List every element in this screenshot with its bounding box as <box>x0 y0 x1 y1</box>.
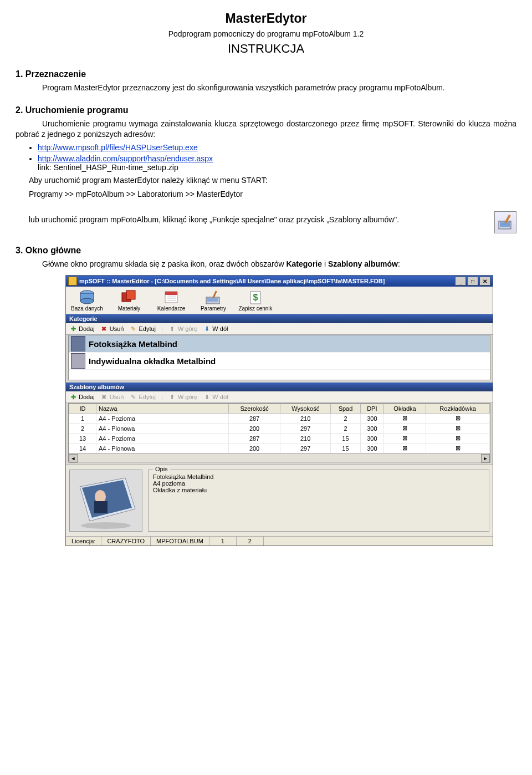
table-row[interactable]: 2A4 - Pionowa2002972300⊠⊠ <box>69 424 490 434</box>
bold-szablony: Szablony albumów <box>328 259 398 268</box>
cell-width: 287 <box>229 414 280 424</box>
cell-dpi: 300 <box>360 443 383 453</box>
label: Edytuj <box>139 394 156 400</box>
list-item: http://www.mpsoft.pl/files/HASPUserSetup… <box>38 143 516 152</box>
templates-table: ID Nazwa Szerokość Wysokość Spad DPI Okł… <box>69 404 490 453</box>
col-cover[interactable]: Okładka <box>383 404 426 414</box>
label: W dół <box>212 394 228 400</box>
cell-id: 13 <box>69 434 96 443</box>
add-button[interactable]: ✚Dodaj <box>69 393 95 401</box>
col-name[interactable]: Nazwa <box>96 404 229 414</box>
col-dpi[interactable]: DPI <box>360 404 383 414</box>
calendar-icon <box>161 289 181 305</box>
close-button[interactable]: ✕ <box>479 277 490 285</box>
col-height[interactable]: Wysokość <box>280 404 331 414</box>
aladdin-link[interactable]: http://www.aladdin.com/support/hasp/endu… <box>38 154 213 163</box>
svg-rect-14 <box>207 298 218 302</box>
cell-spread-checkbox: ⊠ <box>426 424 490 434</box>
label: Dodaj <box>79 394 95 400</box>
preview-thumbnail <box>69 470 142 532</box>
add-button[interactable]: ✚Dodaj <box>69 325 95 333</box>
templates-actions: ✚Dodaj ✖Usuń ✎Edytuj | ⬆W górę ⬇W dół <box>66 391 493 403</box>
section-1-heading: 1. Przeznaczenie <box>16 69 516 79</box>
label: W górę <box>178 394 197 400</box>
move-up-button[interactable]: ⬆W górę <box>168 393 197 401</box>
text: Główne okno programu składa się z paska … <box>42 259 286 268</box>
cell-bleed: 2 <box>331 414 361 424</box>
plus-icon: ✚ <box>69 325 77 333</box>
plus-icon: ✚ <box>69 393 77 401</box>
maximize-button[interactable]: □ <box>467 277 478 285</box>
category-item[interactable]: Indywidualna okładka Metalbind <box>69 353 490 370</box>
description-fieldset: Opis Fotoksiążka Metalbind A4 pozioma Ok… <box>148 470 489 532</box>
status-license-label: Licencja: <box>66 537 101 545</box>
categories-panel-header: Kategorie <box>66 314 493 323</box>
categories-list: Fotoksiążka Metalbind Indywidualna okład… <box>68 335 490 380</box>
col-id[interactable]: ID <box>69 404 96 414</box>
cell-height: 210 <box>280 434 331 443</box>
main-toolbar: Baza danych Materiały Kalendarze Paramet… <box>66 287 493 314</box>
move-down-button[interactable]: ⬇W dół <box>203 393 228 401</box>
cell-dpi: 300 <box>360 434 383 443</box>
scroll-left-button[interactable]: ◄ <box>69 454 78 463</box>
toolbar-save-pricelist[interactable]: $ Zapisz cennik <box>238 289 273 312</box>
scroll-right-button[interactable]: ► <box>481 454 490 463</box>
cell-width: 287 <box>229 434 280 443</box>
cell-cover-checkbox: ⊠ <box>383 414 426 424</box>
cell-name: A4 - Pionowa <box>96 424 229 434</box>
svg-text:$: $ <box>253 293 258 302</box>
col-bleed[interactable]: Spad <box>331 404 361 414</box>
cell-cover-checkbox: ⊠ <box>383 443 426 453</box>
section-3-body: Główne okno programu składa się z paska … <box>16 259 516 269</box>
toolbar-label: Zapisz cennik <box>238 305 272 312</box>
col-width[interactable]: Szerokość <box>229 404 280 414</box>
pencil-icon: ✎ <box>129 325 137 333</box>
move-down-button[interactable]: ⬇W dół <box>203 325 228 333</box>
cell-name: A4 - Pozioma <box>96 414 229 424</box>
label: Dodaj <box>79 325 95 332</box>
edit-button[interactable]: ✎Edytuj <box>129 325 156 333</box>
delete-button[interactable]: ✖Usuń <box>100 325 124 333</box>
horizontal-scrollbar[interactable]: ◄ ► <box>69 453 490 462</box>
hasp-setup-link[interactable]: http://www.mpsoft.pl/files/HASPUserSetup… <box>38 143 198 152</box>
minimize-button[interactable]: _ <box>455 277 466 285</box>
svg-rect-7 <box>126 290 135 299</box>
app-window: mpSOFT :: MasterEditor - [C:\Documents a… <box>65 275 493 546</box>
special-functions-icon <box>494 211 516 233</box>
status-bar: Licencja: CRAZYFOTO MPFOTOALBUM 1 2 <box>66 536 493 545</box>
svg-rect-9 <box>165 292 177 295</box>
cell-dpi: 300 <box>360 424 383 434</box>
svg-point-22 <box>81 522 131 529</box>
desc-line-3: Okładka z materiału <box>153 487 484 493</box>
cell-width: 200 <box>229 443 280 453</box>
cell-spread-checkbox: ⊠ <box>426 443 490 453</box>
toolbar-parameters[interactable]: Parametry <box>196 289 231 312</box>
table-row[interactable]: 1A4 - Pozioma2872102300⊠⊠ <box>69 414 490 424</box>
cell-id: 1 <box>69 414 96 424</box>
cell-height: 297 <box>280 443 331 453</box>
delete-button[interactable]: ✖Usuń <box>100 393 124 401</box>
toolbar-label: Materiały <box>118 305 141 312</box>
col-spread[interactable]: Rozkładówka <box>426 404 490 414</box>
categories-actions: ✚Dodaj ✖Usuń ✎Edytuj | ⬆W górę ⬇W dół <box>66 323 493 335</box>
arrow-down-icon: ⬇ <box>203 393 211 401</box>
section-1-body: Program MasterEdytor przeznaczony jest d… <box>16 83 516 93</box>
toolbar-label: Baza danych <box>71 305 103 312</box>
cell-bleed: 2 <box>331 424 361 434</box>
cell-cover-checkbox: ⊠ <box>383 424 426 434</box>
move-up-button[interactable]: ⬆W górę <box>168 325 197 333</box>
svg-point-5 <box>80 298 94 304</box>
cell-name: A4 - Pozioma <box>96 434 229 443</box>
parameters-icon <box>203 289 223 305</box>
table-row[interactable]: 13A4 - Pozioma28721015300⊠⊠ <box>69 434 490 443</box>
toolbar-materials[interactable]: Materiały <box>111 289 147 312</box>
category-item[interactable]: Fotoksiążka Metalbind <box>69 335 490 353</box>
toolbar-label: Parametry <box>201 305 226 312</box>
table-row[interactable]: 14A4 - Pionowa20029715300⊠⊠ <box>69 443 490 453</box>
svg-rect-21 <box>94 501 108 513</box>
start-menu-instruction-1: Aby uruchomić program MasterEdytor należ… <box>29 175 516 186</box>
edit-button[interactable]: ✎Edytuj <box>129 393 156 401</box>
alt-launch-instruction: lub uruchomić program mpFotoAlbum, klikn… <box>29 215 516 225</box>
toolbar-database[interactable]: Baza danych <box>69 289 105 312</box>
toolbar-calendars[interactable]: Kalendarze <box>154 289 189 312</box>
